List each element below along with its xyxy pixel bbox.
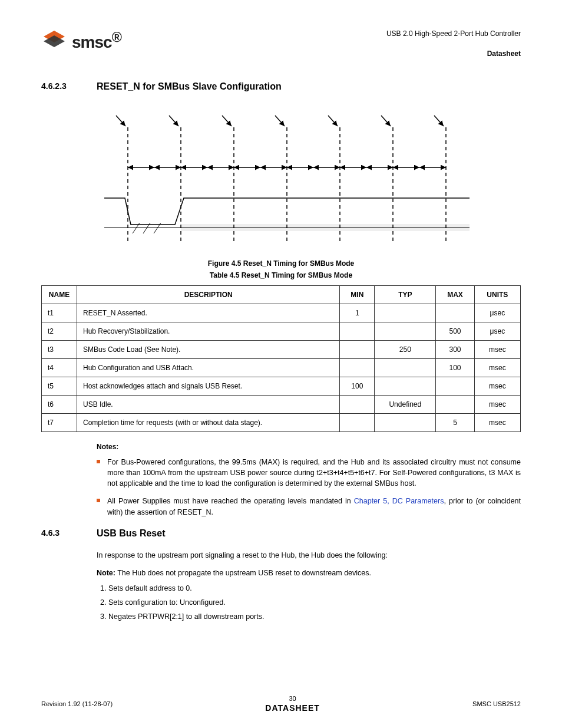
header-right: USB 2.0 High-Speed 2-Port Hub Controller… [386, 29, 521, 58]
svg-rect-31 [181, 224, 470, 231]
cell-desc: Host acknowledges attach and signals USB… [77, 377, 340, 396]
step-item: Negates PRTPWR[2:1] to all downstream po… [108, 612, 521, 621]
section2-intro: In response to the upstream port signali… [97, 551, 521, 561]
notes-heading: Notes: [97, 443, 521, 451]
cell-name: t1 [42, 304, 77, 322]
page-header: smsc® USB 2.0 High-Speed 2-Port Hub Cont… [41, 29, 521, 58]
timing-table: NAME DESCRIPTION MIN TYP MAX UNITS t1RES… [41, 285, 521, 432]
note-item: For Bus-Powered configurations, the 99.5… [97, 457, 521, 489]
cell-max: 5 [436, 414, 474, 432]
cell-typ [375, 322, 436, 341]
cell-typ [375, 414, 436, 432]
th-desc: DESCRIPTION [77, 286, 340, 304]
svg-line-10 [222, 116, 232, 126]
table-head-row: NAME DESCRIPTION MIN TYP MAX UNITS [42, 286, 521, 304]
svg-line-13 [381, 116, 391, 126]
cell-min [340, 359, 375, 377]
cell-units: μsec [474, 304, 520, 322]
logo-text: smsc® [72, 29, 121, 52]
cell-name: t5 [42, 377, 77, 396]
table-row: t2Hub Recovery/Stabilization.500μsec [42, 322, 521, 341]
cell-min [340, 414, 375, 432]
step-item: Sets configuration to: Unconfigured. [108, 598, 521, 607]
note-label: Note: [97, 569, 115, 577]
svg-line-8 [116, 116, 125, 126]
cell-max [436, 377, 474, 396]
cell-typ [375, 304, 436, 322]
section-title: USB Bus Reset [97, 528, 165, 539]
th-max: MAX [436, 286, 474, 304]
cell-units: μsec [474, 322, 520, 341]
cell-desc: USB Idle. [77, 396, 340, 414]
section-number: 4.6.3 [41, 528, 82, 539]
cell-desc: RESET_N Asserted. [77, 304, 340, 322]
cell-min [340, 396, 375, 414]
figure-caption: Figure 4.5 Reset_N Timing for SMBus Mode [41, 259, 521, 268]
cell-units: msec [474, 396, 520, 414]
th-typ: TYP [375, 286, 436, 304]
cell-name: t7 [42, 414, 77, 432]
logo: smsc® [41, 29, 121, 52]
cell-desc: Hub Configuration and USB Attach. [77, 359, 340, 377]
cell-min [340, 322, 375, 341]
section-heading-2: 4.6.3 USB Bus Reset [41, 528, 521, 539]
chapter-link[interactable]: Chapter 5, DC Parameters [354, 497, 444, 505]
note-text: All Power Supplies must have reached the… [107, 497, 354, 505]
cell-typ [375, 359, 436, 377]
cell-max: 100 [436, 359, 474, 377]
cell-max: 500 [436, 322, 474, 341]
step-item: Sets default address to 0. [108, 584, 521, 592]
table-row: t1RESET_N Asserted.1μsec [42, 304, 521, 322]
doc-type: Datasheet [386, 50, 521, 58]
svg-line-14 [434, 116, 444, 126]
th-min: MIN [340, 286, 375, 304]
cell-name: t3 [42, 341, 77, 359]
table-row: t7Completion time for requests (with or … [42, 414, 521, 432]
cell-name: t4 [42, 359, 77, 377]
cell-max [436, 396, 474, 414]
page-number: 30 [113, 695, 472, 702]
footer-right: SMSC USB2512 [472, 700, 521, 707]
cell-units: msec [474, 341, 520, 359]
inline-note: Note: The Hub does not propagate the ups… [97, 569, 521, 577]
th-name: NAME [42, 286, 77, 304]
cell-min: 100 [340, 377, 375, 396]
table-row: t4Hub Configuration and USB Attach.100ms… [42, 359, 521, 377]
table-row: t5Host acknowledges attach and signals U… [42, 377, 521, 396]
svg-line-12 [328, 116, 338, 126]
footer-datasheet: DATASHEET [113, 703, 472, 713]
cell-name: t2 [42, 322, 77, 341]
steps-list: Sets default address to 0.Sets configura… [97, 584, 521, 621]
cell-name: t6 [42, 396, 77, 414]
cell-units: msec [474, 414, 520, 432]
cell-desc: SMBus Code Load (See Note). [77, 341, 340, 359]
cell-min: 1 [340, 304, 375, 322]
cell-typ: 250 [375, 341, 436, 359]
cell-units: msec [474, 377, 520, 396]
th-units: UNITS [474, 286, 520, 304]
svg-line-11 [275, 116, 285, 126]
cell-typ: Undefined [375, 396, 436, 414]
cell-max [436, 304, 474, 322]
cell-typ [375, 377, 436, 396]
cell-units: msec [474, 359, 520, 377]
cell-min [340, 341, 375, 359]
svg-line-9 [169, 116, 178, 126]
cell-desc: Completion time for requests (with or wi… [77, 414, 340, 432]
page-footer: Revision 1.92 (11-28-07) 30 DATASHEET SM… [41, 695, 521, 713]
product-name: USB 2.0 High-Speed 2-Port Hub Controller [386, 29, 521, 38]
logo-icon [41, 29, 67, 52]
table-caption: Table 4.5 Reset_N Timing for SMBus Mode [41, 271, 521, 279]
table-row: t6USB Idle.Undefinedmsec [42, 396, 521, 414]
section-heading-1: 4.6.2.3 RESET_N for SMBus Slave Configur… [41, 81, 521, 92]
cell-max: 300 [436, 341, 474, 359]
note-body: The Hub does not propagate the upstream … [115, 569, 371, 577]
note-item: All Power Supplies must have reached the… [97, 496, 521, 517]
cell-desc: Hub Recovery/Stabilization. [77, 322, 340, 341]
footer-left: Revision 1.92 (11-28-07) [41, 700, 113, 707]
section-number: 4.6.2.3 [41, 81, 82, 92]
timing-diagram [92, 110, 470, 248]
notes-list: For Bus-Powered configurations, the 99.5… [97, 457, 521, 518]
section-title: RESET_N for SMBus Slave Configuration [97, 81, 282, 92]
table-row: t3SMBus Code Load (See Note).250300msec [42, 341, 521, 359]
